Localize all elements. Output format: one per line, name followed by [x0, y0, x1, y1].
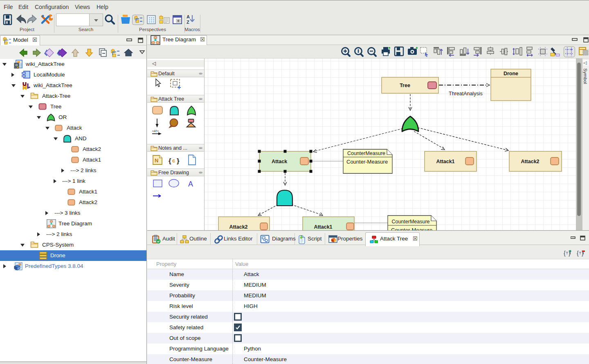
svg-text:Counter-Measure: Counter-Measure: [391, 227, 432, 230]
svg-text:{: {: [577, 250, 579, 256]
svg-text:Attack1: Attack1: [314, 224, 332, 230]
svg-text:A: A: [188, 180, 193, 188]
svg-text:c: c: [172, 157, 175, 164]
svg-text:Attack1: Attack1: [436, 159, 454, 164]
svg-text:Z: Z: [187, 20, 189, 25]
svg-text:A: A: [187, 14, 190, 19]
svg-text:CounterMeasure: CounterMeasure: [391, 219, 429, 225]
svg-text:Attack: Attack: [272, 159, 287, 164]
svg-text:CounterMeasure: CounterMeasure: [347, 151, 385, 156]
svg-text:}: }: [177, 157, 180, 165]
svg-text:T: T: [566, 251, 569, 255]
svg-text:{: {: [169, 157, 171, 165]
svg-text:T: T: [579, 251, 582, 255]
svg-text:N: N: [155, 157, 158, 164]
svg-text:Attack2: Attack2: [521, 159, 539, 164]
svg-text:Counter-Measure: Counter-Measure: [346, 159, 388, 165]
svg-text:{: {: [564, 250, 566, 256]
svg-text:«AT»: «AT»: [152, 130, 159, 133]
svg-text:Tree: Tree: [400, 83, 410, 88]
svg-text:ThreatAnalysis: ThreatAnalysis: [449, 91, 483, 97]
svg-text:Drone: Drone: [504, 71, 518, 76]
svg-text:Attack2: Attack2: [229, 224, 247, 230]
